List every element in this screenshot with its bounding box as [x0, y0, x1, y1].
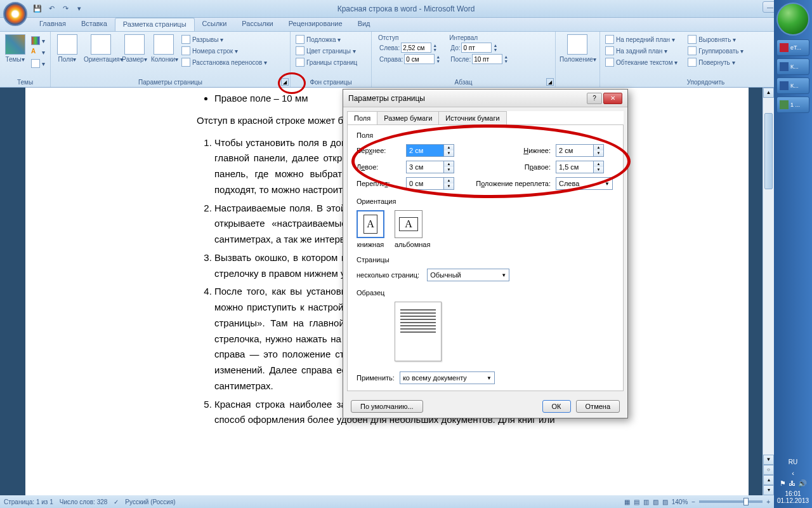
- portrait-option[interactable]: A книжная: [357, 210, 384, 248]
- paragraph-dialog-launcher[interactable]: ◢: [546, 78, 554, 86]
- tray-expand-icon[interactable]: ‹: [792, 469, 794, 477]
- top-margin-input[interactable]: [406, 144, 444, 157]
- status-words[interactable]: Число слов: 328: [60, 498, 108, 505]
- spacing-before-input[interactable]: [461, 43, 492, 53]
- dialog-tabs: Поля Размер бумаги Источник бумаги: [347, 111, 624, 125]
- size-button[interactable]: Размер▾: [121, 33, 148, 64]
- taskbar-item[interactable]: К...: [776, 58, 809, 75]
- orientation-button[interactable]: Ориентация▾: [82, 33, 119, 64]
- align-button[interactable]: Выровнять ▾: [685, 34, 746, 44]
- prev-page-button[interactable]: ▴: [763, 475, 774, 485]
- tray-language[interactable]: RU: [776, 458, 809, 465]
- group-button[interactable]: Группировать ▾: [685, 46, 746, 56]
- view-web-icon[interactable]: ▥: [643, 498, 649, 505]
- undo-icon[interactable]: ↶: [46, 3, 57, 15]
- scroll-thumb[interactable]: [764, 113, 773, 189]
- send-back-button[interactable]: На задний план ▾: [603, 46, 680, 56]
- gutter-input[interactable]: [406, 177, 444, 190]
- zoom-level[interactable]: 140%: [672, 498, 688, 505]
- dialog-help-button[interactable]: ?: [587, 93, 602, 104]
- hyphenation-button[interactable]: Расстановка переносов ▾: [179, 57, 270, 67]
- indent-left-input[interactable]: [401, 43, 431, 53]
- bring-front-button[interactable]: На передний план ▾: [603, 34, 680, 44]
- tab-home[interactable]: Главная: [32, 18, 74, 31]
- rotate-button[interactable]: Повернуть ▾: [685, 57, 746, 67]
- tab-references[interactable]: Ссылки: [195, 18, 235, 31]
- margins-button[interactable]: Поля▾: [53, 33, 81, 64]
- theme-colors-button[interactable]: ▾: [29, 36, 48, 46]
- orientation-section-label: Ориентация: [357, 197, 614, 205]
- left-margin-input[interactable]: [406, 161, 444, 173]
- default-button[interactable]: По умолчанию...: [351, 400, 423, 413]
- landscape-option[interactable]: A альбомная: [395, 210, 430, 248]
- system-tray: RU ‹ ⚑ 🖧 🔊 16:01 01.12.2013: [774, 455, 812, 508]
- multi-pages-label: несколько страниц:: [357, 271, 419, 279]
- tray-security-icon[interactable]: ⚑: [780, 479, 786, 488]
- right-margin-input[interactable]: [556, 161, 594, 173]
- vertical-scrollbar[interactable]: ▲ ▼ ○ ▴ ▾: [763, 88, 774, 495]
- bottom-margin-input[interactable]: [556, 144, 594, 157]
- columns-button[interactable]: Колонки▾: [150, 33, 178, 64]
- title-bar: 💾 ↶ ↷ ▾ Красная строка в word - Microsof…: [0, 0, 812, 18]
- paragraph-group-label: Абзац: [372, 79, 555, 86]
- dialog-close-button[interactable]: ✕: [603, 93, 622, 104]
- position-button[interactable]: Положение▾: [558, 33, 596, 64]
- breaks-button[interactable]: Разрывы ▾: [179, 34, 270, 44]
- tray-date[interactable]: 01.12.2013: [776, 497, 809, 504]
- text-wrap-button[interactable]: Обтекание текстом ▾: [603, 57, 680, 67]
- dialog-tab-paper[interactable]: Размер бумаги: [377, 111, 439, 124]
- status-language[interactable]: Русский (Россия): [125, 498, 175, 505]
- start-button[interactable]: [776, 3, 809, 36]
- watermark-button[interactable]: Подложка ▾: [293, 34, 360, 44]
- next-page-button[interactable]: ▾: [763, 485, 774, 495]
- page-setup-dialog-launcher[interactable]: ◢: [281, 78, 289, 86]
- browse-object-button[interactable]: ○: [763, 465, 774, 475]
- dialog-tab-source[interactable]: Источник бумаги: [438, 111, 506, 124]
- windows-taskbar: еТ... К... К... 1 ... RU ‹ ⚑ 🖧 🔊 16:01 0…: [774, 0, 812, 508]
- view-outline-icon[interactable]: ▧: [653, 498, 658, 505]
- margins-section-label: Поля: [357, 131, 614, 139]
- view-draft-icon[interactable]: ▨: [662, 498, 668, 505]
- pages-section-label: Страницы: [357, 256, 614, 264]
- theme-effects-button[interactable]: ▾: [29, 58, 48, 69]
- apply-select[interactable]: ко всему документу▼: [400, 371, 495, 384]
- scroll-up-button[interactable]: ▲: [763, 88, 774, 98]
- dialog-tab-margins[interactable]: Поля: [347, 111, 377, 124]
- tab-view[interactable]: Вид: [350, 18, 378, 31]
- spellcheck-icon[interactable]: ✓: [114, 498, 119, 505]
- page-borders-button[interactable]: Границы страниц: [293, 57, 360, 67]
- view-print-icon[interactable]: ▦: [624, 498, 630, 505]
- multi-pages-select[interactable]: Обычный▼: [427, 269, 509, 281]
- theme-fonts-button[interactable]: A▾: [29, 47, 48, 57]
- tab-insert[interactable]: Вставка: [74, 18, 115, 31]
- themes-button[interactable]: Темы▾: [3, 33, 27, 64]
- redo-icon[interactable]: ↷: [60, 3, 71, 15]
- taskbar-item[interactable]: еТ...: [776, 39, 809, 56]
- tray-network-icon[interactable]: 🖧: [789, 479, 796, 488]
- office-button[interactable]: [3, 2, 27, 26]
- tray-volume-icon[interactable]: 🔊: [798, 479, 807, 488]
- gutter-pos-select[interactable]: Слева▼: [556, 177, 613, 190]
- view-reading-icon[interactable]: ▤: [634, 498, 639, 505]
- zoom-slider[interactable]: [699, 500, 763, 503]
- left-margin-label: Левое:: [357, 163, 401, 171]
- taskbar-item[interactable]: К...: [776, 77, 809, 94]
- page-color-button[interactable]: Цвет страницы ▾: [293, 46, 360, 56]
- line-numbers-button[interactable]: Номера строк ▾: [179, 46, 270, 56]
- spacing-after-input[interactable]: [472, 54, 502, 64]
- qat-more-icon[interactable]: ▾: [74, 3, 85, 15]
- tray-time[interactable]: 16:01: [776, 490, 809, 497]
- taskbar-item[interactable]: 1 ...: [776, 97, 809, 113]
- scroll-down-button[interactable]: ▼: [763, 455, 774, 465]
- zoom-in-button[interactable]: +: [766, 498, 770, 505]
- zoom-out-button[interactable]: −: [691, 498, 695, 505]
- save-icon[interactable]: 💾: [32, 3, 43, 15]
- tab-review[interactable]: Рецензирование: [281, 18, 350, 31]
- themes-group-label: Темы: [0, 79, 50, 86]
- cancel-button[interactable]: Отмена: [576, 400, 620, 413]
- tab-page-layout[interactable]: Разметка страницы: [115, 18, 195, 31]
- status-page[interactable]: Страница: 1 из 1: [4, 498, 53, 505]
- indent-right-input[interactable]: [404, 54, 435, 64]
- tab-mailings[interactable]: Рассылки: [234, 18, 280, 31]
- ok-button[interactable]: ОК: [542, 400, 571, 413]
